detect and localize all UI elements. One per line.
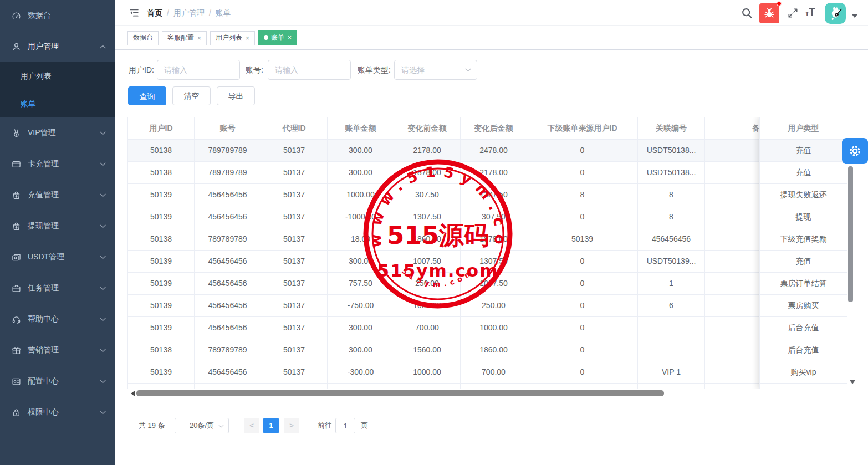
tab-用户列表[interactable]: 用户列表× [210, 31, 255, 45]
search-icon[interactable] [741, 7, 753, 19]
sidebar-item-label: VIP管理 [28, 128, 100, 138]
current-page-button[interactable]: 1 [263, 418, 279, 433]
fullscreen-icon[interactable] [788, 8, 798, 18]
tab-客服配置[interactable]: 客服配置× [162, 31, 207, 45]
user-type-cell: 充值 [760, 162, 847, 184]
user-type-cell [760, 384, 847, 389]
bug-button[interactable] [759, 3, 779, 23]
headset-icon [12, 315, 21, 324]
scroll-left-arrow[interactable] [128, 391, 135, 396]
sidebar-subitem-账单[interactable]: 账单 [0, 90, 115, 117]
card-icon [12, 160, 21, 169]
gear-icon [849, 145, 861, 157]
table-cell [128, 384, 195, 389]
tab-账单[interactable]: 账单× [258, 30, 297, 45]
close-icon[interactable]: × [288, 34, 292, 41]
sidebar-item-3[interactable]: 卡充管理 [0, 149, 115, 180]
user-type-cell: 充值 [760, 251, 847, 273]
table-cell: 8 [527, 184, 638, 206]
export-button[interactable]: 导出 [217, 86, 255, 105]
notification-badge [777, 1, 782, 6]
table-cell: 700.00 [461, 361, 527, 384]
user-type-cell: 票房订单结算 [760, 273, 847, 295]
table-row: 50139456456456501371000.00307.501307.508… [128, 184, 847, 206]
table-cell: 1307.50 [461, 251, 527, 273]
table-cell: 50138 [128, 140, 195, 162]
search-button[interactable]: 查询 [128, 86, 166, 105]
user-type-cell: 后台充值 [760, 339, 847, 361]
table-cell: 1007.50 [461, 273, 527, 295]
close-icon[interactable]: × [197, 35, 201, 42]
account-input[interactable] [268, 60, 351, 80]
table-row: 5013878978978950137300.001878.002178.000… [128, 162, 847, 184]
table-fixed-column: 用户类型充值充值提现失败返还提现下级充值奖励充值票房订单结算票房购买后台充值后台… [759, 117, 847, 389]
close-icon[interactable]: × [246, 35, 249, 42]
table-cell: 456456456 [195, 206, 261, 228]
column-header: 账单金额 [328, 117, 394, 140]
sidebar-item-label: 配置中心 [28, 376, 100, 386]
table-cell [638, 339, 705, 361]
table-cell: 0 [527, 140, 638, 162]
sidebar-item-9[interactable]: 营销管理 [0, 335, 115, 366]
clear-button[interactable]: 清空 [172, 86, 211, 105]
scroll-down-arrow[interactable] [850, 380, 855, 387]
page-size-value: 20条/页 [190, 421, 214, 430]
table-cell: 300.00 [328, 251, 394, 273]
next-page-button[interactable]: > [284, 418, 299, 433]
table-cell: 0 [527, 273, 638, 295]
font-size-icon[interactable]: тT [805, 7, 820, 19]
sidebar-item-1[interactable]: 用户管理 [0, 31, 115, 62]
table-cell: 50139 [128, 273, 195, 295]
gift-icon [12, 346, 21, 355]
table-cell [394, 384, 461, 389]
bill-type-select[interactable]: 请选择 [394, 60, 477, 80]
user-type-cell: 提现 [760, 206, 847, 228]
table-cell: 50137 [261, 361, 328, 384]
tab-数据台[interactable]: 数据台 [127, 31, 159, 45]
breadcrumb-item-0[interactable]: 首页 [147, 8, 162, 17]
sidebar-item-label: 提现管理 [28, 221, 100, 231]
sidebar-item-2[interactable]: VIP管理 [0, 117, 115, 149]
chevron-down-icon [100, 224, 106, 228]
sidebar-item-0[interactable]: 数据台 [0, 0, 115, 31]
sidebar-subitem-用户列表[interactable]: 用户列表 [0, 62, 115, 90]
chevron-down-icon [100, 349, 106, 352]
avatar[interactable] [825, 3, 846, 24]
breadcrumb: 首页/用户管理/账单 [147, 8, 231, 18]
table-cell: 8 [638, 206, 705, 228]
vertical-scrollbar-thumb[interactable] [848, 166, 853, 302]
table-cell: 300.00 [328, 317, 394, 339]
horizontal-scrollbar-thumb[interactable] [136, 390, 664, 396]
sidebar-item-4[interactable]: 充值管理 [0, 180, 115, 211]
sidebar-item-7[interactable]: 任务管理 [0, 273, 115, 304]
table-row: 501387897897895013718.001860.001878.0050… [128, 228, 847, 251]
breadcrumb-item-2: 账单 [216, 8, 231, 17]
hamburger-icon[interactable] [129, 8, 140, 18]
table-cell: -1000.00 [328, 206, 394, 228]
page-size-select[interactable]: 20条/页 [175, 418, 229, 433]
table-cell: 0 [527, 162, 638, 184]
table-cell: 0 [527, 361, 638, 384]
sidebar-item-6[interactable]: USDT管理 [0, 242, 115, 273]
sidebar-submenu: 用户列表账单 [0, 62, 115, 117]
sidebar-item-11[interactable]: 权限中心 [0, 397, 115, 428]
table-cell: 456456456 [195, 361, 261, 384]
vip-medal-icon [12, 129, 21, 138]
goto-page-input[interactable] [335, 418, 355, 433]
table-cell: 50139 [128, 361, 195, 384]
table-cell: 456456456 [195, 273, 261, 295]
table-cell: 456456456 [638, 228, 705, 251]
settings-gear-button[interactable] [842, 138, 868, 164]
breadcrumb-separator: / [209, 8, 211, 17]
user-id-input[interactable] [157, 60, 240, 80]
sidebar-item-8[interactable]: 帮助中心 [0, 304, 115, 335]
prev-page-button[interactable]: < [244, 418, 259, 433]
active-dot [264, 35, 268, 40]
table-cell: 757.50 [328, 273, 394, 295]
bill-type-placeholder: 请选择 [401, 65, 425, 74]
tab-label: 用户列表 [216, 33, 242, 43]
sidebar-item-10[interactable]: 配置中心 [0, 366, 115, 397]
table-cell: 307.50 [461, 206, 527, 228]
caret-down-icon[interactable] [852, 14, 857, 21]
sidebar-item-5[interactable]: 提现管理 [0, 211, 115, 242]
